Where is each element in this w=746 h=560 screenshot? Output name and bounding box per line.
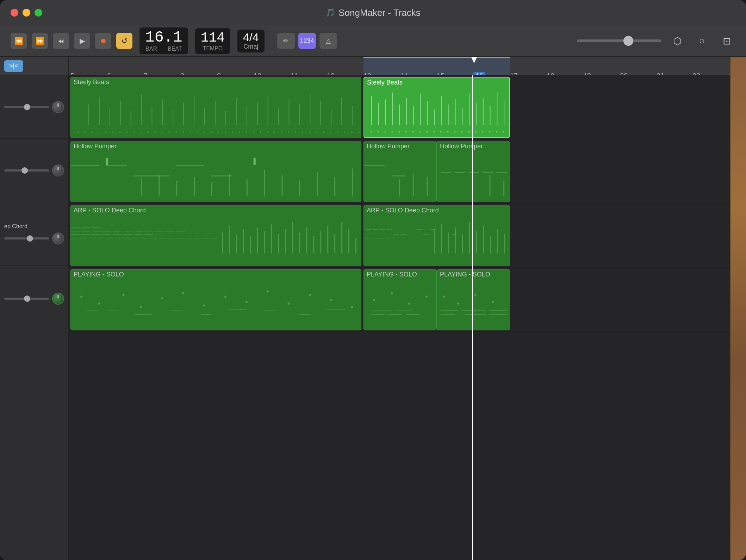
svg-rect-203 [132,238,139,238]
svg-rect-274 [85,311,99,311]
svg-rect-291 [406,314,420,315]
volume-thumb [623,36,633,46]
svg-rect-224 [299,232,300,253]
svg-rect-237 [394,234,399,235]
clip-label: Hollow Pumper [71,141,361,151]
svg-rect-223 [292,222,293,254]
clip-playing-solo-1[interactable]: PLAYING - SOLO [70,269,361,330]
svg-rect-255 [476,231,477,253]
svg-rect-202 [124,238,131,238]
clip-hollow-pumper-1[interactable]: Hollow Pumper [70,141,361,202]
count-in-button[interactable]: 1234 [298,33,316,49]
play-button[interactable]: ▶ [74,33,90,49]
share-button[interactable]: ⬡ [669,33,686,49]
camera-button[interactable]: ⊡ [718,33,735,49]
svg-point-29 [91,131,93,133]
track1-volume-slider[interactable] [4,106,49,108]
svg-rect-143 [134,175,169,176]
svg-point-286 [425,295,428,298]
modes-button[interactable]: >|< [4,60,23,72]
track3-pan-knob[interactable] [52,232,64,244]
clip-hollow-pumper-3[interactable]: Hollow Pumper [437,141,510,202]
track3-volume-slider[interactable] [4,237,49,239]
toolbar-right: ⬡ ○ ⊡ [577,33,735,49]
skip-back-button[interactable]: ⏮ [53,33,69,49]
svg-rect-241 [376,238,380,238]
smart-mode-button[interactable]: ✏ [277,33,295,49]
track-header-2 [0,139,68,202]
record-button[interactable]: ⏺ [95,33,111,49]
time-sig-display[interactable]: 4/4 Cmaj [237,30,264,52]
main-area: >|< [0,57,746,560]
svg-point-30 [98,131,100,133]
tempo-display[interactable]: 114 TEMPO [195,28,230,54]
svg-rect-0 [71,129,361,129]
clip-steely-beats-1[interactable]: Steely Beats [70,77,361,138]
svg-point-27 [77,131,79,133]
svg-rect-196 [71,238,78,238]
svg-rect-289 [371,314,385,315]
svg-rect-150 [176,181,177,196]
metronome-button[interactable]: △ [319,33,337,49]
svg-point-265 [182,292,184,294]
svg-point-133 [454,131,456,132]
svg-point-134 [461,131,462,132]
svg-rect-167 [455,172,465,173]
svg-rect-142 [106,165,127,166]
svg-point-41 [175,131,177,133]
svg-rect-168 [468,172,479,173]
svg-point-60 [309,131,310,133]
fast-forward-button[interactable]: ⏩ [32,33,48,49]
wood-panel [730,57,746,560]
svg-rect-120 [504,101,504,125]
svg-rect-279 [229,309,247,310]
clip-arp-solo-1[interactable]: ARP - SOLO Deep Chord [70,205,361,266]
rewind-button[interactable]: ⏪ [11,33,27,49]
svg-rect-17 [257,102,258,125]
svg-point-294 [474,294,477,296]
minimize-button[interactable] [23,9,30,17]
clip-hollow-pumper-2[interactable]: Hollow Pumper [363,141,437,202]
clip-steely-beats-selected[interactable]: Steely Beats [363,77,510,138]
timeline-ruler[interactable]: 5 6 7 8 9 10 11 12 13 14 15 16 17 18 19 … [69,57,730,75]
svg-point-54 [267,131,268,133]
svg-rect-258 [497,229,498,253]
svg-rect-160 [352,168,353,196]
svg-point-51 [246,131,247,133]
track2-pan-knob[interactable] [52,164,64,176]
svg-rect-170 [496,172,507,173]
master-volume-slider[interactable] [577,39,661,42]
svg-rect-222 [285,229,286,253]
svg-point-55 [274,131,275,133]
svg-rect-177 [71,231,80,231]
svg-rect-207 [167,238,174,238]
track4-volume-slider[interactable] [4,298,49,300]
svg-rect-15 [236,98,237,125]
svg-point-44 [197,131,198,133]
marker-19: 19 [583,72,591,75]
svg-rect-234 [373,229,378,230]
svg-point-45 [204,131,205,133]
svg-rect-236 [387,229,392,230]
comment-button[interactable]: ○ [693,33,711,49]
svg-point-137 [482,131,484,132]
marker-22: 22 [692,72,700,75]
svg-point-273 [351,306,353,308]
clip-label: PLAYING - SOLO [71,269,361,280]
loop-button[interactable]: ↺ [116,33,132,49]
svg-point-50 [239,131,240,133]
svg-point-266 [203,304,205,306]
close-button[interactable] [11,9,18,17]
maximize-button[interactable] [35,9,42,17]
track1-pan-knob[interactable] [52,101,64,113]
svg-rect-184 [144,231,153,231]
clip-playing-solo-2[interactable]: PLAYING - SOLO [363,269,437,330]
clip-playing-solo-3[interactable]: PLAYING - SOLO [437,269,510,330]
svg-rect-212 [211,238,218,238]
clip-arp-solo-2[interactable]: ARP - SOLO Deep Chord [363,205,510,266]
track4-pan-knob[interactable] [52,293,64,305]
track2-volume-slider[interactable] [4,169,49,172]
svg-rect-240 [371,238,374,238]
svg-rect-11 [194,96,194,125]
svg-rect-25 [341,98,342,125]
